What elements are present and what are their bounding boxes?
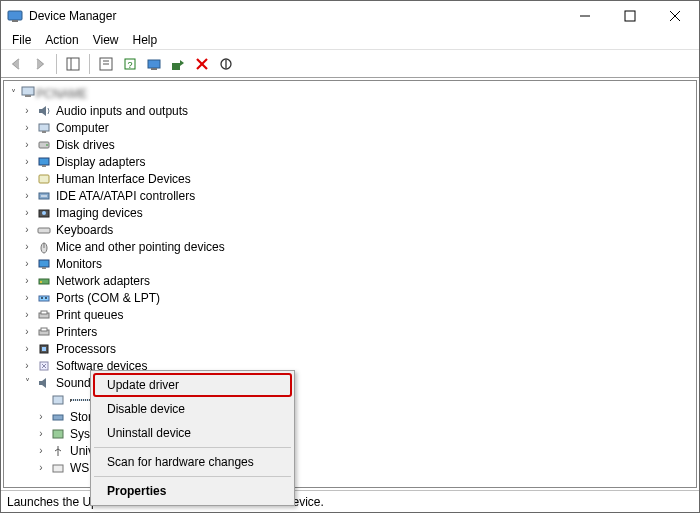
mouse-icon	[36, 239, 52, 255]
menu-bar: File Action View Help	[1, 31, 699, 50]
svg-rect-27	[39, 175, 49, 183]
tree-node[interactable]: ›Mice and other pointing devices	[6, 238, 694, 255]
uninstall-button[interactable]	[191, 53, 213, 75]
menu-action[interactable]: Action	[38, 33, 85, 47]
chevron-right-icon[interactable]: ›	[20, 275, 34, 286]
node-label: Ports (COM & LPT)	[56, 291, 160, 305]
tree-node[interactable]: ›Disk drives	[6, 136, 694, 153]
context-menu: Update driver Disable device Uninstall d…	[90, 370, 295, 506]
node-label: Imaging devices	[56, 206, 143, 220]
tree-node[interactable]: ›Audio inputs and outputs	[6, 102, 694, 119]
svg-point-24	[46, 144, 48, 146]
sound-icon	[36, 375, 52, 391]
node-label: Print queues	[56, 308, 123, 322]
storage-icon	[50, 409, 66, 425]
svg-rect-1	[12, 20, 18, 22]
chevron-right-icon[interactable]: ›	[34, 411, 48, 422]
menu-separator	[94, 476, 291, 477]
svg-rect-47	[41, 328, 47, 331]
svg-rect-25	[39, 158, 49, 165]
node-label: Monitors	[56, 257, 102, 271]
chevron-right-icon[interactable]: ›	[20, 139, 34, 150]
tree-node[interactable]: ›Printers	[6, 323, 694, 340]
software-icon	[36, 358, 52, 374]
forward-button[interactable]	[29, 53, 51, 75]
disable-button[interactable]	[215, 53, 237, 75]
chevron-right-icon[interactable]: ›	[20, 156, 34, 167]
printq-icon	[36, 307, 52, 323]
tree-node[interactable]: ›IDE ATA/ATAPI controllers	[6, 187, 694, 204]
menu-view[interactable]: View	[86, 33, 126, 47]
svg-rect-51	[53, 396, 63, 404]
chevron-right-icon[interactable]: ›	[20, 360, 34, 371]
show-hide-tree-button[interactable]	[62, 53, 84, 75]
svg-point-40	[40, 281, 42, 283]
help-button[interactable]: ?	[119, 53, 141, 75]
node-label: IDE ATA/ATAPI controllers	[56, 189, 195, 203]
menu-properties[interactable]: Properties	[93, 479, 292, 503]
menu-update-driver[interactable]: Update driver	[93, 373, 292, 397]
scan-hardware-button[interactable]	[143, 53, 165, 75]
chevron-right-icon[interactable]: ›	[34, 462, 48, 473]
svg-rect-0	[8, 11, 22, 20]
svg-rect-13	[148, 60, 160, 68]
chevron-right-icon[interactable]: ›	[20, 173, 34, 184]
menu-file[interactable]: File	[5, 33, 38, 47]
tree-node[interactable]: ›Display adapters	[6, 153, 694, 170]
update-driver-toolbar-button[interactable]	[167, 53, 189, 75]
svg-point-31	[42, 211, 46, 215]
chevron-right-icon[interactable]: ›	[20, 241, 34, 252]
app-icon	[7, 8, 23, 24]
chevron-right-icon[interactable]: ›	[20, 190, 34, 201]
chevron-down-icon[interactable]: ˅	[6, 88, 20, 99]
chevron-right-icon[interactable]: ›	[20, 224, 34, 235]
toolbar-separator	[56, 54, 57, 74]
close-button[interactable]	[652, 2, 697, 30]
menu-scan-hardware[interactable]: Scan for hardware changes	[93, 450, 292, 474]
svg-rect-19	[22, 87, 34, 95]
node-label: Computer	[56, 121, 109, 135]
tree-node[interactable]: ›Keyboards	[6, 221, 694, 238]
tree-node[interactable]: ›Imaging devices	[6, 204, 694, 221]
tree-node[interactable]: ›Processors	[6, 340, 694, 357]
root-label: PCNAME	[36, 87, 87, 101]
menu-uninstall-device[interactable]: Uninstall device	[93, 421, 292, 445]
svg-rect-37	[39, 260, 49, 267]
maximize-button[interactable]	[607, 2, 652, 30]
tree-node[interactable]: ›Human Interface Devices	[6, 170, 694, 187]
chevron-right-icon[interactable]: ›	[34, 428, 48, 439]
chevron-right-icon[interactable]: ›	[20, 343, 34, 354]
chevron-right-icon[interactable]: ›	[20, 309, 34, 320]
minimize-button[interactable]	[562, 2, 607, 30]
svg-rect-52	[53, 415, 63, 420]
svg-text:?: ?	[127, 60, 132, 70]
network-icon	[36, 273, 52, 289]
chevron-right-icon[interactable]: ›	[20, 105, 34, 116]
properties-button[interactable]	[95, 53, 117, 75]
menu-disable-device[interactable]: Disable device	[93, 397, 292, 421]
node-label: Processors	[56, 342, 116, 356]
node-label: Disk drives	[56, 138, 115, 152]
chevron-right-icon[interactable]: ›	[20, 326, 34, 337]
tree-node[interactable]: ›Computer	[6, 119, 694, 136]
svg-rect-3	[625, 11, 635, 21]
window-title: Device Manager	[29, 9, 562, 23]
chevron-down-icon[interactable]: ˅	[20, 377, 34, 388]
chevron-right-icon[interactable]: ›	[20, 207, 34, 218]
printer-icon	[36, 324, 52, 340]
chevron-right-icon[interactable]: ›	[20, 122, 34, 133]
menu-help[interactable]: Help	[126, 33, 165, 47]
tree-node[interactable]: ›Network adapters	[6, 272, 694, 289]
tree-node[interactable]: ›Ports (COM & LPT)	[6, 289, 694, 306]
chevron-right-icon[interactable]: ›	[34, 445, 48, 456]
tree-root[interactable]: ˅ PCNAME	[6, 85, 694, 102]
back-button[interactable]	[5, 53, 27, 75]
node-label: Mice and other pointing devices	[56, 240, 225, 254]
tree-node[interactable]: ›Monitors	[6, 255, 694, 272]
chevron-right-icon[interactable]: ›	[20, 292, 34, 303]
chevron-right-icon[interactable]: ›	[20, 258, 34, 269]
svg-rect-32	[38, 228, 50, 233]
tree-node[interactable]: ›Print queues	[6, 306, 694, 323]
svg-point-43	[45, 297, 47, 299]
svg-rect-14	[151, 68, 157, 70]
